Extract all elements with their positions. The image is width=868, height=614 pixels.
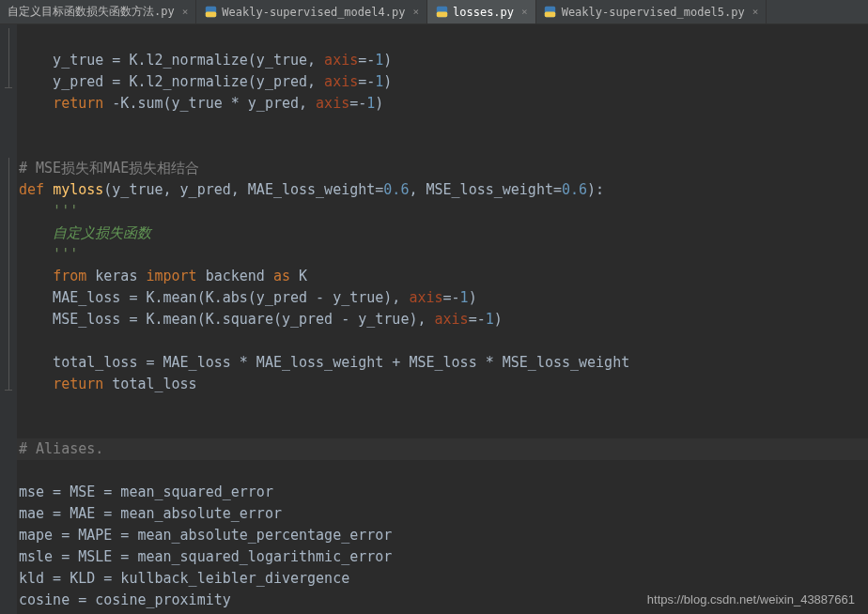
code-text: def [19, 181, 53, 198]
code-text: MSE_loss = K.mean(K.square(y_pred - y_tr… [19, 311, 417, 328]
tab-file-1[interactable]: 自定义目标函数损失函数方法.py × [0, 0, 196, 23]
code-text: , [307, 73, 324, 90]
code-text: 1 [460, 289, 469, 306]
code-text: , [409, 181, 426, 198]
python-file-icon [204, 6, 217, 19]
tab-file-2[interactable]: Weakly-supervised_model4.py × [196, 0, 427, 23]
close-icon[interactable]: × [752, 6, 759, 18]
editor-area: y_true = K.l2_normalize(y_true, axis=-1)… [0, 24, 868, 614]
python-file-icon [544, 6, 557, 19]
code-text: axis [316, 95, 349, 112]
tab-label: losses.py [453, 6, 514, 19]
code-text: kld = KLD = kullback_leibler_divergence [19, 570, 349, 587]
code-text: mape = MAPE = mean_absolute_percentage_e… [19, 527, 392, 544]
code-text: =- [349, 95, 366, 112]
code-text: , [163, 181, 180, 198]
code-text: ): [587, 181, 604, 198]
code-text: 1 [486, 311, 494, 328]
code-text: , [299, 95, 316, 112]
code-text: , [417, 311, 434, 328]
tab-label: Weakly-supervised_model5.py [562, 6, 745, 19]
code-text: K [299, 268, 307, 284]
close-icon[interactable]: × [182, 6, 189, 18]
code-text: myloss [53, 181, 103, 198]
code-text: ''' [19, 203, 78, 220]
gutter[interactable] [0, 24, 17, 614]
code-text: , [231, 181, 248, 198]
code-text: total_loss = MAE_loss * MAE_loss_weight … [19, 354, 629, 371]
code-text: y_pred [180, 181, 231, 198]
code-text: 1 [366, 95, 375, 112]
code-text: ) [375, 95, 383, 112]
code-text: 1 [375, 73, 383, 90]
code-text: keras [95, 268, 146, 284]
tab-label: 自定义目标函数损失函数方法.py [8, 4, 175, 20]
code-text: MAE_loss = K.mean(K.abs(y_pred - y_true) [19, 289, 392, 306]
code-text: (y_true [103, 181, 163, 198]
code-text: cosine = cosine_proximity [19, 591, 231, 608]
code-text: return [53, 95, 103, 112]
code-text: total_loss [112, 376, 196, 392]
code-text: backend [206, 268, 273, 284]
code-text: 1 [375, 52, 383, 69]
tab-file-3[interactable]: losses.py × [427, 0, 536, 23]
code-text: , [392, 289, 409, 306]
tab-file-4[interactable]: Weakly-supervised_model5.py × [536, 0, 767, 23]
code-text: 0.6 [562, 181, 587, 198]
code-text: ) [383, 73, 392, 90]
code-text: MAE_loss_weight= [248, 181, 384, 198]
code-text: axis [435, 311, 469, 328]
code-area[interactable]: y_true = K.l2_normalize(y_true, axis=-1)… [17, 24, 868, 614]
code-comment: # MSE损失和MAE损失相结合 [19, 160, 199, 177]
code-text [19, 376, 53, 392]
code-text [19, 268, 53, 284]
code-text: import [146, 268, 205, 284]
code-text: msle = MSLE = mean_squared_logarithmic_e… [19, 548, 392, 565]
svg-rect-3 [436, 12, 446, 18]
code-text: ) [469, 289, 477, 306]
code-text: ) [494, 311, 503, 328]
svg-rect-5 [545, 12, 555, 18]
code-text: axis [409, 289, 442, 306]
code-text: -K.sum(y_true * y_pred [103, 95, 299, 112]
code-comment: # Aliases. [19, 440, 103, 457]
svg-rect-1 [206, 12, 216, 18]
code-text: axis [324, 73, 358, 90]
code-text: return [53, 376, 112, 392]
tab-label: Weakly-supervised_model4.py [222, 6, 405, 19]
code-text: ) [383, 52, 392, 69]
code-text: axis [324, 52, 358, 69]
code-text: from [53, 268, 95, 284]
code-text: =- [358, 73, 375, 90]
tab-bar: 自定义目标函数损失函数方法.py × Weakly-supervised_mod… [0, 0, 868, 24]
code-text: 自定义损失函数 [19, 224, 151, 241]
close-icon[interactable]: × [412, 6, 419, 18]
close-icon[interactable]: × [521, 6, 528, 18]
code-text: , [307, 52, 324, 69]
code-text: ''' [19, 246, 78, 263]
code-text [19, 95, 53, 112]
python-file-icon [435, 6, 448, 19]
code-text: =- [469, 311, 486, 328]
code-text: as [273, 268, 299, 284]
watermark: https://blog.csdn.net/weixin_43887661 [647, 592, 855, 606]
code-text: y_pred = K.l2_normalize(y_pred [19, 73, 307, 90]
code-text: mse = MSE = mean_squared_error [19, 484, 273, 500]
code-text: MSE_loss_weight= [426, 181, 563, 198]
code-text: y_true = K.l2_normalize(y_true [19, 52, 307, 69]
code-text: =- [443, 289, 460, 306]
code-text: 0.6 [383, 181, 409, 198]
code-text: mae = MAE = mean_absolute_error [19, 505, 282, 522]
code-text: =- [358, 52, 375, 69]
